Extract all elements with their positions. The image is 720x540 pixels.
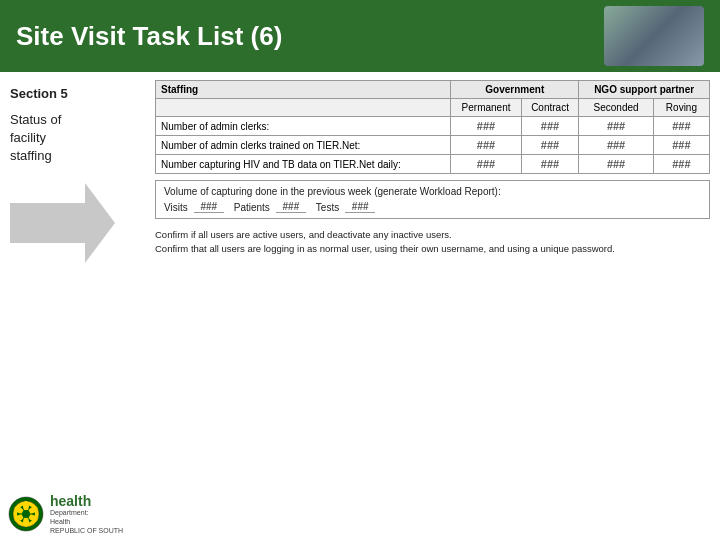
col-header-staffing: Staffing [156, 81, 451, 99]
row-3-roving: ### [653, 155, 709, 174]
col-permanent: Permanent [451, 99, 522, 117]
volume-label: Volume of capturing done in the previous… [164, 186, 701, 197]
row-2-contract: ### [521, 136, 578, 155]
row-1-permanent: ### [451, 117, 522, 136]
row-2-seconded: ### [579, 136, 654, 155]
arrow-decoration [10, 183, 135, 263]
col-roving: Roving [653, 99, 709, 117]
footer-logo: health Department: Health REPUBLIC OF SO… [0, 487, 145, 540]
patients-label: Patients [234, 202, 270, 213]
svg-point-6 [23, 517, 29, 527]
row-3-label: Number capturing HIV and TB data on TIER… [156, 155, 451, 174]
svg-point-9 [22, 510, 30, 518]
visits-value: ### [194, 201, 224, 213]
content-area: Staffing Government NGO support partner … [145, 72, 720, 540]
staffing-table: Staffing Government NGO support partner … [155, 80, 710, 174]
table-header-row-1: Staffing Government NGO support partner [156, 81, 710, 99]
row-1-contract: ### [521, 117, 578, 136]
patients-value: ### [276, 201, 306, 213]
tests-value: ### [345, 201, 375, 213]
confirm-line-1: Confirm if all users are active users, a… [155, 228, 710, 242]
sidebar-description: Status of facility staffing [10, 111, 135, 166]
col-seconded: Seconded [579, 99, 654, 117]
tests-label: Tests [316, 202, 339, 213]
col-empty [156, 99, 451, 117]
visits-label: Visits [164, 202, 188, 213]
main-layout: Section 5 Status of facility staffing [0, 72, 720, 540]
col-contract: Contract [521, 99, 578, 117]
confirm-line-2: Confirm that all users are logging in as… [155, 242, 710, 256]
sidebar: Section 5 Status of facility staffing [0, 72, 145, 540]
header-image [604, 6, 704, 66]
row-3-contract: ### [521, 155, 578, 174]
col-group-ngo: NGO support partner [579, 81, 710, 99]
volume-patients: Patients ### [234, 201, 306, 213]
volume-row: Visits ### Patients ### Tests ### [164, 201, 701, 213]
row-2-label: Number of admin clerks trained on TIER.N… [156, 136, 451, 155]
row-1-label: Number of admin clerks: [156, 117, 451, 136]
row-2-permanent: ### [451, 136, 522, 155]
confirm-section: Confirm if all users are active users, a… [155, 225, 710, 260]
table-header-row-2: Permanent Contract Seconded Roving [156, 99, 710, 117]
row-3-seconded: ### [579, 155, 654, 174]
logo-health-text: health [50, 493, 123, 509]
section-label: Section 5 [10, 86, 135, 103]
col-group-government: Government [451, 81, 579, 99]
volume-tests: Tests ### [316, 201, 375, 213]
row-3-permanent: ### [451, 155, 522, 174]
page-title: Site Visit Task List (6) [16, 21, 282, 52]
row-1-seconded: ### [579, 117, 654, 136]
row-1-roving: ### [653, 117, 709, 136]
header-photo [604, 6, 704, 66]
table-row: Number of admin clerks: ### ### ### ### [156, 117, 710, 136]
row-2-roving: ### [653, 136, 709, 155]
sa-emblem [8, 496, 44, 532]
svg-point-3 [23, 501, 29, 511]
volume-section: Volume of capturing done in the previous… [155, 180, 710, 219]
logo-dept-text: Department: Health [50, 509, 123, 526]
page-header: Site Visit Task List (6) [0, 0, 720, 72]
logo-republic-text: REPUBLIC OF SOUTH [50, 527, 123, 534]
table-row: Number of admin clerks trained on TIER.N… [156, 136, 710, 155]
volume-visits: Visits ### [164, 201, 224, 213]
table-row: Number capturing HIV and TB data on TIER… [156, 155, 710, 174]
